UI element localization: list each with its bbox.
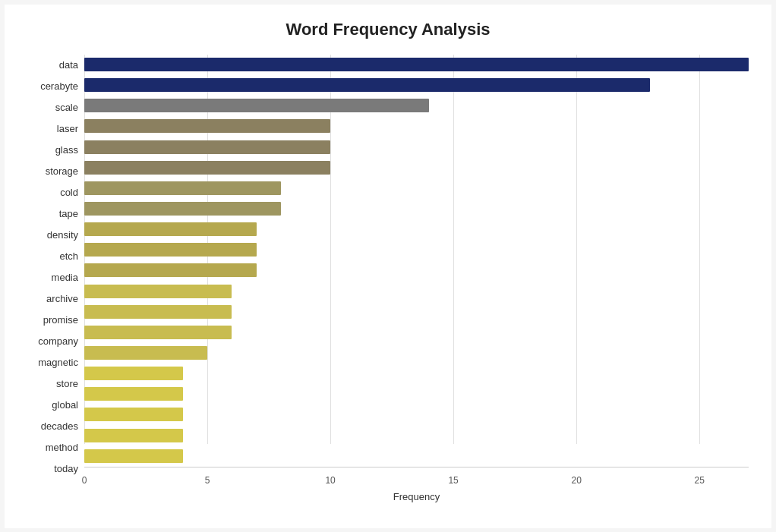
y-label: archive bbox=[27, 294, 84, 304]
bar-row bbox=[84, 283, 749, 300]
x-axis-label: Frequency bbox=[84, 491, 749, 502]
bar bbox=[84, 429, 183, 442]
bar-row bbox=[84, 241, 749, 258]
x-axis: 0510152025 bbox=[84, 467, 749, 490]
x-tick: 25 bbox=[694, 475, 704, 486]
y-label: company bbox=[27, 336, 84, 346]
x-tick: 0 bbox=[82, 475, 87, 486]
bar-row bbox=[84, 324, 749, 341]
bar bbox=[84, 161, 330, 175]
bar bbox=[84, 408, 183, 421]
bar bbox=[84, 449, 183, 463]
y-label: density bbox=[27, 230, 84, 240]
x-tick: 20 bbox=[571, 475, 581, 486]
y-label: tape bbox=[27, 209, 84, 219]
bar-row bbox=[84, 159, 749, 176]
y-label: promise bbox=[27, 315, 84, 325]
bar-row bbox=[84, 97, 749, 114]
bar-row bbox=[84, 200, 749, 217]
y-label: cold bbox=[27, 187, 84, 197]
y-label: media bbox=[27, 272, 84, 282]
bar-row bbox=[84, 406, 749, 423]
bar-row bbox=[84, 262, 749, 279]
bar bbox=[84, 243, 257, 257]
y-label: scale bbox=[27, 102, 84, 112]
bar bbox=[84, 140, 330, 154]
bar bbox=[84, 119, 330, 133]
y-label: today bbox=[27, 464, 84, 474]
y-label: storage bbox=[27, 166, 84, 176]
bar bbox=[84, 222, 257, 236]
y-label: glass bbox=[27, 145, 84, 155]
y-label: global bbox=[27, 400, 84, 410]
chart-title: Word Frequency Analysis bbox=[27, 20, 749, 39]
bar bbox=[84, 367, 183, 380]
bar-row bbox=[84, 56, 749, 73]
bar-row bbox=[84, 448, 749, 464]
x-tick: 5 bbox=[205, 475, 210, 486]
bar bbox=[84, 285, 232, 298]
y-label: laser bbox=[27, 124, 84, 134]
y-label: cerabyte bbox=[27, 81, 84, 91]
y-label: data bbox=[27, 60, 84, 70]
y-label: decades bbox=[27, 421, 84, 431]
bar-row bbox=[84, 345, 749, 361]
bar bbox=[84, 58, 749, 71]
bar bbox=[84, 202, 281, 216]
bar bbox=[84, 326, 232, 339]
bar-row bbox=[84, 427, 749, 444]
bar bbox=[84, 346, 207, 360]
bar-row bbox=[84, 221, 749, 238]
grid-and-bars bbox=[84, 55, 749, 467]
y-label: method bbox=[27, 442, 84, 452]
chart-container: Word Frequency Analysis datacerabytescal… bbox=[5, 5, 771, 528]
bar bbox=[84, 387, 183, 401]
bar-row bbox=[84, 77, 749, 93]
chart-area: datacerabytescalelaserglassstoragecoldta… bbox=[27, 55, 749, 502]
x-tick: 10 bbox=[325, 475, 335, 486]
bar-row bbox=[84, 180, 749, 197]
bar bbox=[84, 99, 429, 112]
y-label: etch bbox=[27, 251, 84, 261]
bar bbox=[84, 78, 650, 92]
bar bbox=[84, 305, 232, 319]
bar-row bbox=[84, 365, 749, 382]
y-labels: datacerabytescalelaserglassstoragecoldta… bbox=[27, 55, 84, 502]
bar-row bbox=[84, 386, 749, 402]
bar-row bbox=[84, 139, 749, 156]
y-label: magnetic bbox=[27, 357, 84, 367]
bar-row bbox=[84, 118, 749, 134]
bars-section: 0510152025 Frequency bbox=[84, 55, 749, 502]
bar bbox=[84, 263, 257, 277]
bar bbox=[84, 181, 281, 195]
y-label: store bbox=[27, 379, 84, 389]
x-tick: 15 bbox=[448, 475, 458, 486]
bar-row bbox=[84, 304, 749, 320]
